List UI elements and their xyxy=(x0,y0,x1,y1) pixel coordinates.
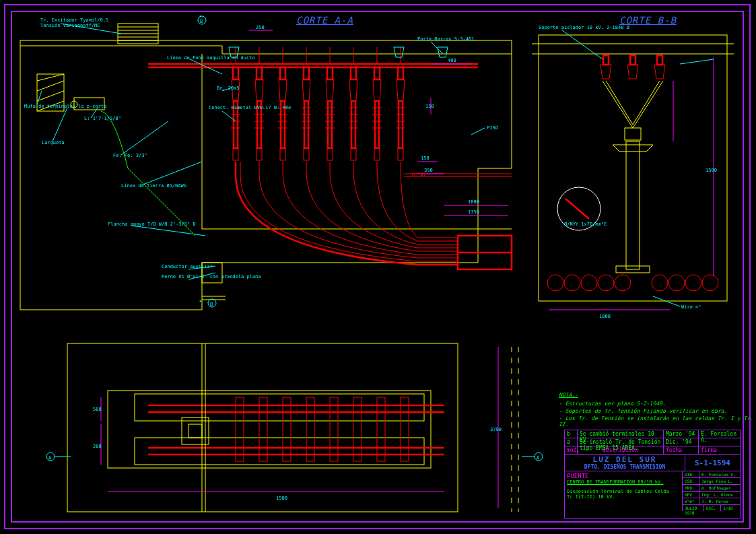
svg-rect-53 xyxy=(304,148,309,160)
svg-text:B: B xyxy=(200,19,203,24)
section-b: Ø/NYY 1x70/mm²E Soporte aislador 10 kV. … xyxy=(532,25,734,319)
svg-line-87 xyxy=(431,42,443,54)
svg-line-86 xyxy=(188,59,222,74)
svg-point-146 xyxy=(685,275,701,291)
svg-rect-137 xyxy=(625,128,641,140)
svg-rect-131 xyxy=(539,35,727,301)
svg-line-91 xyxy=(121,121,168,155)
svg-rect-75 xyxy=(398,67,403,79)
svg-text:M2-A2: M2-A2 xyxy=(412,172,426,178)
svg-rect-135 xyxy=(630,55,635,65)
svg-text:Tensión Variaqnoff/NC: Tensión Variaqnoff/NC xyxy=(40,23,100,28)
svg-line-150 xyxy=(562,30,603,59)
insulator-array xyxy=(231,67,240,160)
svg-point-139 xyxy=(547,275,563,291)
svg-rect-162 xyxy=(135,394,424,421)
svg-rect-168 xyxy=(236,397,244,461)
hdr-mod: mod. xyxy=(565,446,578,454)
svg-rect-169 xyxy=(259,397,267,461)
svg-point-147 xyxy=(702,275,718,291)
svg-text:A: A xyxy=(48,455,52,461)
svg-rect-160 xyxy=(67,343,458,512)
svg-point-144 xyxy=(652,275,668,291)
svg-rect-67 xyxy=(351,148,356,160)
company-name: LUZ DEL SUR xyxy=(567,455,683,464)
svg-text:PISO: PISO xyxy=(487,125,498,131)
svg-text:250: 250 xyxy=(256,25,265,30)
svg-text:Línea de Tierra Ø1/0AWG: Línea de Tierra Ø1/0AWG xyxy=(121,183,186,189)
svg-rect-175 xyxy=(401,397,409,461)
svg-point-143 xyxy=(615,275,631,291)
svg-text:Perno #1 Ø"x1-5" con arandela : Perno #1 Ø"x1-5" con arandela plana xyxy=(162,274,261,279)
svg-text:Mufa de terminales la p-corta: Mufa de terminales la p-corta xyxy=(24,104,106,109)
svg-rect-60 xyxy=(327,148,333,160)
svg-line-89 xyxy=(53,108,67,141)
svg-rect-32 xyxy=(233,148,238,160)
svg-line-152 xyxy=(680,59,714,64)
project-name: PUENTE xyxy=(567,473,680,479)
svg-rect-81 xyxy=(398,148,403,160)
svg-text:Ø/NYY 1x70/mm²E: Ø/NYY 1x70/mm²E xyxy=(564,222,607,227)
svg-rect-138 xyxy=(626,141,640,269)
svg-rect-174 xyxy=(377,397,385,461)
hdr-firma: firma xyxy=(699,446,740,454)
svg-point-140 xyxy=(564,275,580,291)
svg-text:Fe: Fe. 3/3": Fe: Fe. 3/3" xyxy=(113,153,147,158)
svg-text:1000: 1000 xyxy=(468,199,479,205)
svg-text:Porta Barras S-3-461: Porta Barras S-3-461 xyxy=(417,36,474,42)
svg-text:1500: 1500 xyxy=(706,168,717,173)
insulator-7 xyxy=(372,67,382,160)
svg-text:1750: 1750 xyxy=(468,209,479,215)
svg-rect-176 xyxy=(182,418,209,444)
dept-name: DPTO. DISEÑOS TRANSMISION xyxy=(567,464,683,470)
svg-line-94 xyxy=(141,162,202,185)
svg-point-142 xyxy=(598,275,614,291)
svg-text:L: 1'7-1/5/8": L: 1'7-1/5/8" xyxy=(84,116,121,121)
insulator-2 xyxy=(254,67,264,160)
svg-point-145 xyxy=(668,275,685,291)
svg-line-95 xyxy=(131,226,205,236)
project-desc: Disposición Terminal de Cables Celda Tr.… xyxy=(567,489,680,500)
notes-title: NOTA.- xyxy=(559,392,756,398)
hdr-fecha: fecha xyxy=(664,446,699,454)
rev-b: b xyxy=(565,430,578,438)
svg-text:1500: 1500 xyxy=(276,496,287,501)
rev-b-sign: E. Forsalen A. xyxy=(699,430,740,438)
insulator-3 xyxy=(278,67,287,160)
hdr-desc: descripción xyxy=(578,446,664,454)
svg-rect-47 xyxy=(304,67,309,79)
svg-rect-134 xyxy=(603,55,609,65)
cable-circles xyxy=(547,275,718,291)
svg-text:200: 200 xyxy=(93,444,102,449)
svg-text:▸: ▸ xyxy=(199,298,202,304)
svg-text:Línea de Fono maquilla en duct: Línea de Fono maquilla en ducto xyxy=(167,55,255,61)
svg-rect-33 xyxy=(256,67,262,79)
svg-rect-163 xyxy=(135,438,424,465)
svg-rect-68 xyxy=(374,67,380,79)
svg-rect-177 xyxy=(188,424,202,438)
svg-text:Largueta: Largueta xyxy=(42,140,65,145)
project-subtitle: CENTRO DE TRANSFORMACION 60/10 kV. xyxy=(567,479,680,485)
svg-rect-74 xyxy=(374,148,380,160)
svg-line-7 xyxy=(37,74,64,81)
svg-text:B: B xyxy=(210,302,213,307)
svg-text:150: 150 xyxy=(425,104,434,109)
svg-rect-172 xyxy=(330,397,338,461)
rev-a-date: Dic. '94 xyxy=(664,438,699,446)
svg-text:Tr. Excitador Tyanol/0.5: Tr. Excitador Tyanol/0.5 xyxy=(40,18,108,23)
svg-text:Plancha apoyo T/D W/B 2'-3/5" : Plancha apoyo T/D W/B 2'-3/5" D xyxy=(108,222,196,227)
svg-point-141 xyxy=(581,275,597,291)
svg-text:150: 150 xyxy=(421,156,429,161)
svg-rect-170 xyxy=(283,397,291,461)
title-block: b Se cambió terminales 10 KV. Marzo '94 … xyxy=(564,430,741,519)
svg-rect-61 xyxy=(351,67,356,79)
svg-rect-39 xyxy=(256,148,262,160)
svg-text:Wire n°: Wire n° xyxy=(681,304,701,310)
svg-text:500: 500 xyxy=(93,407,102,412)
svg-line-98 xyxy=(471,128,485,135)
svg-rect-173 xyxy=(353,397,362,461)
rev-a-sign xyxy=(699,438,740,446)
insulator-8 xyxy=(396,67,405,160)
svg-text:Soporte aislador 10 kV. 2-1848: Soporte aislador 10 kV. 2-1848 Ø xyxy=(539,25,630,30)
rev-b-date: Marzo '94 xyxy=(664,430,699,438)
